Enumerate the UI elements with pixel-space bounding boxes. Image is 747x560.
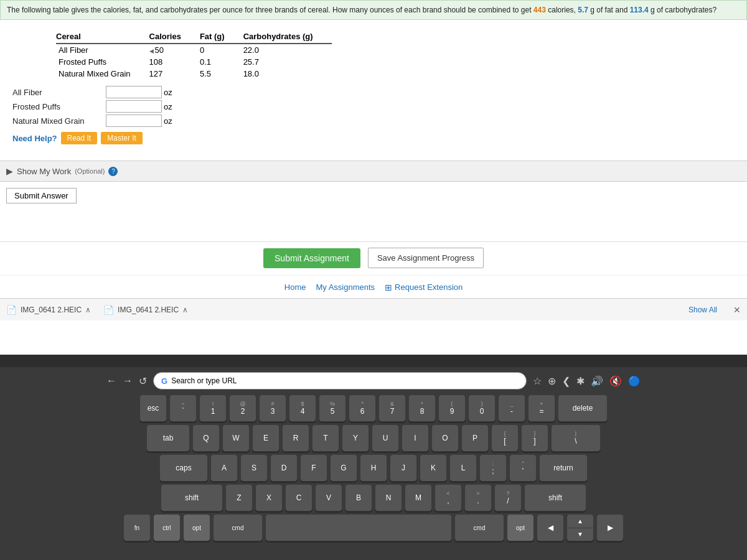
url-bar-row: ← → ↺ G Search or type URL ☆ ⊕ ❮ ✱ 🔊 🔇 🔵 xyxy=(0,372,747,390)
key-5[interactable]: %5 xyxy=(319,394,346,422)
key-space[interactable] xyxy=(265,514,452,541)
key-y[interactable]: Y xyxy=(342,424,369,452)
key-i[interactable]: I xyxy=(402,424,429,452)
back-icon[interactable]: ← xyxy=(106,375,116,386)
all-fiber-input[interactable] xyxy=(106,86,162,98)
key-9[interactable]: (9 xyxy=(438,394,466,422)
chevron-icon-1[interactable]: ∧ xyxy=(85,306,91,314)
key-option-right[interactable]: opt xyxy=(507,514,534,541)
key-n[interactable]: N xyxy=(375,484,402,511)
key-t[interactable]: T xyxy=(312,424,339,452)
key-g[interactable]: G xyxy=(330,454,357,482)
key-arrow-left[interactable]: ◀ xyxy=(537,514,564,541)
key-p[interactable]: P xyxy=(461,424,489,452)
save-progress-button[interactable]: Save Assignment Progress xyxy=(368,248,484,268)
refresh-icon[interactable]: ↺ xyxy=(139,375,147,387)
bracket-icon[interactable]: ❮ xyxy=(562,375,570,387)
help-icon[interactable]: ? xyxy=(108,167,118,176)
key-shift-left[interactable]: shift xyxy=(161,484,223,511)
natural-mixed-grain-input[interactable] xyxy=(106,114,162,127)
key-z[interactable]: Z xyxy=(225,484,253,511)
key-cmd-right[interactable]: cmd xyxy=(454,514,504,541)
key-comma[interactable]: <, xyxy=(435,484,462,511)
key-bracket-l[interactable]: {[ xyxy=(491,424,519,452)
key-f[interactable]: F xyxy=(300,454,327,482)
key-q[interactable]: Q xyxy=(192,424,220,452)
key-h[interactable]: H xyxy=(360,454,387,482)
key-arrow-right[interactable]: ▶ xyxy=(596,514,624,541)
key-1[interactable]: !1 xyxy=(199,394,227,422)
key-e[interactable]: E xyxy=(252,424,280,452)
key-ctrl[interactable]: ctrl xyxy=(153,514,181,541)
add-tab-icon[interactable]: ⊕ xyxy=(548,375,556,387)
key-x[interactable]: X xyxy=(255,484,283,511)
submit-answer-row: Submit Answer xyxy=(6,188,747,203)
key-option-left[interactable]: opt xyxy=(183,514,210,541)
key-shift-right[interactable]: shift xyxy=(524,484,586,511)
url-bar[interactable]: G Search or type URL xyxy=(153,372,527,390)
key-0[interactable]: )0 xyxy=(468,394,496,422)
key-arrow-updown[interactable]: ▲ ▼ xyxy=(566,514,594,541)
key-bracket-r[interactable]: }] xyxy=(521,424,548,452)
show-my-work-section[interactable]: ▶ Show My Work (Optional) ? xyxy=(0,161,747,182)
natural-mixed-grain-unit: oz xyxy=(164,116,172,126)
key-4[interactable]: $4 xyxy=(289,394,316,422)
key-8[interactable]: *8 xyxy=(408,394,436,422)
frosted-puffs-input[interactable] xyxy=(106,100,162,113)
master-it-button[interactable]: Master It xyxy=(101,132,143,144)
key-m[interactable]: M xyxy=(405,484,432,511)
key-r[interactable]: R xyxy=(282,424,309,452)
key-a[interactable]: A xyxy=(210,454,238,482)
star-icon[interactable]: ☆ xyxy=(533,375,542,387)
key-v[interactable]: V xyxy=(315,484,342,511)
key-delete[interactable]: delete xyxy=(558,394,608,422)
key-l[interactable]: L xyxy=(449,454,477,482)
key-return[interactable]: return xyxy=(539,454,588,482)
key-semicolon[interactable]: :; xyxy=(479,454,507,482)
key-period[interactable]: >. xyxy=(464,484,492,511)
google-icon: G xyxy=(161,376,167,386)
key-b[interactable]: B xyxy=(345,484,372,511)
settings-icon[interactable]: ✱ xyxy=(576,375,585,387)
chevron-icon-2[interactable]: ∧ xyxy=(182,306,188,314)
key-tilde[interactable]: ~` xyxy=(169,394,197,422)
forward-icon[interactable]: → xyxy=(123,375,133,386)
key-quote[interactable]: "' xyxy=(509,454,537,482)
key-6[interactable]: ^6 xyxy=(349,394,376,422)
content-area: Cereal Calories Fat (g) Carbohydrates (g… xyxy=(0,20,747,156)
show-all-button[interactable]: Show All xyxy=(688,306,717,314)
key-u[interactable]: U xyxy=(372,424,399,452)
key-tab[interactable]: tab xyxy=(146,424,190,452)
key-3[interactable]: #3 xyxy=(259,394,286,422)
key-caps-lock[interactable]: caps xyxy=(159,454,208,482)
key-7[interactable]: &7 xyxy=(378,394,406,422)
key-k[interactable]: K xyxy=(420,454,447,482)
read-it-button[interactable]: Read It xyxy=(61,132,98,144)
key-equals[interactable]: += xyxy=(528,394,555,422)
key-slash[interactable]: ?/ xyxy=(494,484,522,511)
my-assignments-link[interactable]: My Assignments xyxy=(316,282,375,292)
key-j[interactable]: J xyxy=(390,454,417,482)
volume-icon[interactable]: 🔊 xyxy=(591,375,603,387)
key-minus[interactable]: _- xyxy=(498,394,525,422)
key-fn[interactable]: fn xyxy=(123,514,151,541)
key-cmd-left[interactable]: cmd xyxy=(213,514,263,541)
key-esc[interactable]: esc xyxy=(139,394,167,422)
request-extension-link[interactable]: ⊞ Request Extension xyxy=(385,282,463,292)
submit-answer-button[interactable]: Submit Answer xyxy=(6,188,77,203)
key-d[interactable]: D xyxy=(270,454,298,482)
close-download-icon[interactable]: ✕ xyxy=(733,305,741,315)
key-backslash[interactable]: |\ xyxy=(551,424,601,452)
mute-icon[interactable]: 🔇 xyxy=(609,375,622,387)
profile-icon[interactable]: 🔵 xyxy=(628,375,641,387)
submit-assignment-button[interactable]: Submit Assignment xyxy=(263,248,360,268)
home-link[interactable]: Home xyxy=(284,282,306,292)
key-o[interactable]: O xyxy=(431,424,459,452)
carbs-0: 22.0 xyxy=(243,44,332,56)
key-2[interactable]: @2 xyxy=(229,394,256,422)
key-row-qwerty: tab Q W E R T Y U I O P {[ }] |\ xyxy=(75,424,672,452)
cereal-name-0: All Fiber xyxy=(56,44,149,56)
key-s[interactable]: S xyxy=(240,454,268,482)
key-c[interactable]: C xyxy=(285,484,312,511)
key-w[interactable]: W xyxy=(222,424,250,452)
